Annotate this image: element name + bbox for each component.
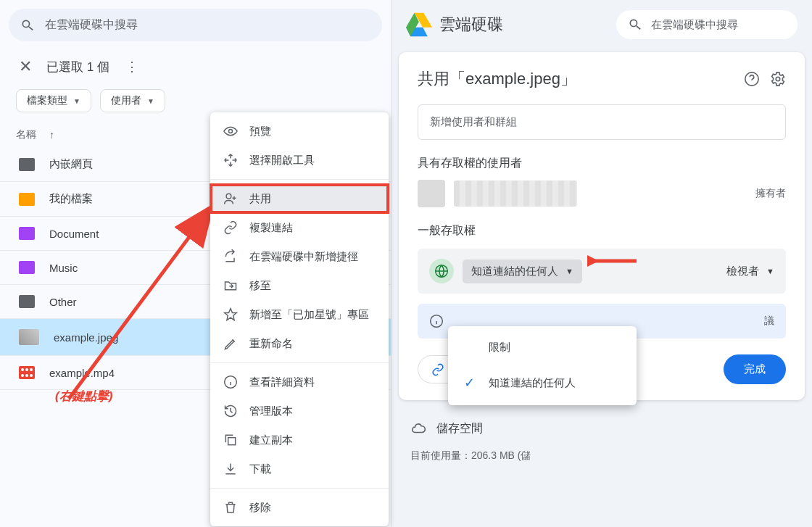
dd-option-restricted[interactable]: 限制 <box>448 331 637 365</box>
right-panel: 雲端硬碟 在雲端硬碟中搜尋 共用「example.jpeg」 新增使用者和群組 … <box>392 0 812 527</box>
close-icon[interactable]: ✕ <box>19 57 32 76</box>
shortcut-icon <box>223 249 238 264</box>
context-menu: 預覽 選擇開啟工具 共用 複製連結 在雲端硬碟中新增捷徑 移至 新增至「已加星號… <box>210 112 389 526</box>
folder-icon <box>19 227 35 240</box>
ctx-rename[interactable]: 重新命名 <box>210 329 389 358</box>
annotation-text: (右鍵點擊) <box>55 388 112 404</box>
general-access-box: 知道連結的任何人 ▼ 檢視者 ▼ <box>418 249 786 294</box>
ctx-share[interactable]: 共用 <box>210 184 389 213</box>
sort-asc-icon: ↑ <box>49 129 54 141</box>
search-placeholder: 在雲端硬碟中搜尋 <box>45 17 138 33</box>
image-thumb-icon <box>19 329 39 345</box>
ctx-download[interactable]: 下載 <box>210 455 389 484</box>
globe-icon <box>434 264 449 278</box>
owner-label: 擁有者 <box>755 187 786 200</box>
move-icon <box>223 153 238 167</box>
drive-name: 雲端硬碟 <box>439 14 503 36</box>
ctx-move[interactable]: 移至 <box>210 271 389 300</box>
top-search[interactable]: 在雲端硬碟中搜尋 <box>616 10 798 39</box>
svg-point-1 <box>229 130 233 133</box>
user-name-redacted <box>454 180 577 207</box>
drive-logo[interactable]: 雲端硬碟 <box>406 12 503 37</box>
ctx-versions[interactable]: 管理版本 <box>210 397 389 426</box>
done-button[interactable]: 完成 <box>724 354 786 384</box>
trash-icon <box>223 500 238 515</box>
cloud-icon <box>410 420 426 436</box>
ctx-add-shortcut[interactable]: 在雲端硬碟中新增捷徑 <box>210 242 389 271</box>
link-icon <box>223 220 238 235</box>
access-dropdown-menu: 限制 ✓ 知道連結的任何人 <box>448 326 637 405</box>
svg-rect-4 <box>228 438 236 445</box>
folder-icon <box>19 261 35 274</box>
ctx-remove[interactable]: 移除 <box>210 493 389 522</box>
user-row: 擁有者 <box>418 180 786 207</box>
general-access-label: 一般存取權 <box>418 223 786 238</box>
access-dropdown[interactable]: 知道連結的任何人 ▼ <box>463 260 582 283</box>
edit-icon <box>223 336 238 351</box>
help-icon[interactable] <box>744 71 760 87</box>
svg-point-6 <box>776 77 780 81</box>
link-icon <box>431 363 444 376</box>
star-icon <box>223 307 238 322</box>
role-dropdown[interactable]: 檢視者 ▼ <box>726 265 774 278</box>
download-icon <box>223 462 238 476</box>
folder-move-icon <box>223 278 238 293</box>
col-name-label: 名稱 <box>16 128 36 141</box>
ctx-details[interactable]: 查看詳細資料 <box>210 368 389 397</box>
svg-point-2 <box>226 194 231 199</box>
top-bar: 雲端硬碟 在雲端硬碟中搜尋 <box>392 0 812 49</box>
ctx-copy[interactable]: 建立副本 <box>210 426 389 455</box>
search-icon <box>20 18 35 33</box>
chip-user[interactable]: 使用者▼ <box>100 89 165 112</box>
settings-icon[interactable] <box>770 71 786 87</box>
selected-count: 已選取 1 個 <box>46 59 109 75</box>
selection-bar: ✕ 已選取 1 個 ⋮ <box>7 50 391 83</box>
folder-icon <box>19 158 35 171</box>
red-arrow-annotation <box>587 250 638 272</box>
ctx-copy-link[interactable]: 複製連結 <box>210 213 389 242</box>
more-icon[interactable]: ⋮ <box>125 59 138 75</box>
folder-icon <box>19 193 35 206</box>
ctx-preview[interactable]: 預覽 <box>210 117 389 146</box>
chip-filetype[interactable]: 檔案類型▼ <box>16 89 91 112</box>
copy-icon <box>223 433 238 447</box>
dd-option-anyone[interactable]: ✓ 知道連結的任何人 <box>448 365 637 401</box>
ctx-open-with[interactable]: 選擇開啟工具 <box>210 146 389 175</box>
ctx-add-star[interactable]: 新增至「已加星號」專區 <box>210 300 389 329</box>
eye-icon <box>223 124 238 138</box>
caret-down-icon: ▼ <box>766 267 774 275</box>
globe-badge <box>429 259 454 283</box>
dialog-title: 共用「example.jpeg」 <box>418 68 576 90</box>
caret-down-icon: ▼ <box>566 267 573 275</box>
storage-usage: 目前使用量：206.3 MB (儲 <box>392 449 812 462</box>
search-bar[interactable]: 在雲端硬碟中搜尋 <box>9 9 382 41</box>
drive-icon <box>406 12 432 37</box>
folder-icon <box>19 295 35 308</box>
history-icon <box>223 404 238 418</box>
caret-down-icon: ▼ <box>73 97 80 105</box>
info-icon <box>429 314 444 328</box>
left-panel: 在雲端硬碟中搜尋 ✕ 已選取 1 個 ⋮ 檔案類型▼ 使用者▼ 名稱 ↑ 內嵌網… <box>0 0 392 527</box>
access-label: 具有存取權的使用者 <box>418 156 786 171</box>
person-add-icon <box>223 191 238 206</box>
info-icon <box>223 375 238 389</box>
add-people-input[interactable]: 新增使用者和群組 <box>418 104 786 140</box>
storage-row[interactable]: 儲存空間 <box>392 407 812 449</box>
search-icon <box>628 17 642 32</box>
avatar <box>418 180 445 207</box>
video-icon <box>19 366 35 379</box>
caret-down-icon: ▼ <box>147 97 154 105</box>
check-icon: ✓ <box>464 375 477 391</box>
